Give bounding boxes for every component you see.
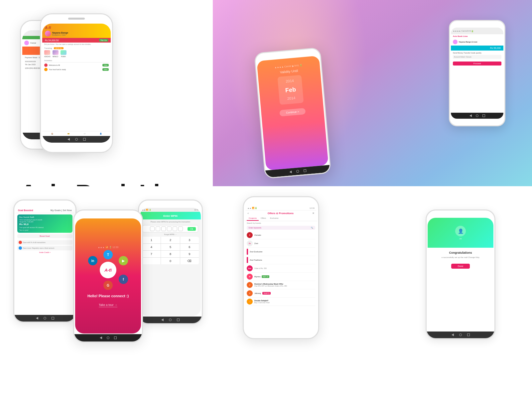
phone-validity: ▲▲▲▲ Carrier ▶ 9:41 🔋 Validity Until 201… [254, 47, 331, 179]
search-icon: 🔍 [311, 227, 313, 229]
tx-sender: Ganjar [30, 42, 36, 44]
small-nav [451, 113, 503, 119]
key-9[interactable]: 9 [180, 251, 199, 257]
goals-actions: Save with % of all transactions Save mor… [15, 239, 74, 254]
brand-jabong[interactable]: J Domino's Wednesday Masti Offer Flat 25… [247, 281, 315, 289]
congrats-title: Congratulations [432, 251, 489, 254]
close-icon[interactable]: ✕ [312, 212, 315, 215]
save-icon-blue [19, 246, 22, 250]
brand-zovi[interactable]: Zo Zovi [247, 239, 315, 248]
key-1[interactable]: 1 [142, 237, 161, 243]
tab-coupons[interactable]: Coupons [247, 216, 259, 221]
nav-home-btn[interactable] [75, 138, 78, 141]
android-icon[interactable]: ▶ [119, 256, 128, 265]
key-3[interactable]: 3 [180, 237, 199, 243]
invite-btn[interactable]: Invite Credit > [17, 251, 72, 253]
goals-home[interactable] [44, 317, 46, 320]
brand-zovi-fashion[interactable]: Zovi Fashions [247, 256, 315, 264]
myntra-logo: M [247, 274, 253, 280]
bl-phones-container: Goal Boosted My Goals | Set New Buy Suzu… [10, 193, 203, 392]
twitter-icon[interactable]: T [103, 250, 113, 259]
app-header: A-fi Nayana Bange Bangalore, India [42, 24, 111, 38]
congrats-recent[interactable] [467, 333, 470, 336]
tab-profile[interactable]: 👤 [100, 133, 102, 135]
small-balance: Rs 56,000 [451, 46, 503, 51]
view-btn-2[interactable]: View [102, 68, 109, 71]
tab-offers[interactable]: Offers [259, 216, 268, 221]
phone-goals: Goal Boosted My Goals | Set New Buy Suzu… [13, 200, 76, 323]
key-5[interactable]: 5 [161, 244, 180, 250]
facebook-icon[interactable]: f [119, 275, 128, 284]
tab-offers[interactable]: 🏷 [84, 133, 85, 135]
validity-screen: ▲▲▲▲ Carrier ▶ 9:41 🔋 Validity Until 201… [257, 56, 329, 170]
myntra-name: Myntra [254, 276, 260, 278]
goals-back[interactable] [36, 317, 38, 320]
offers-topbar: ▲▲ 📶 🔋 12:30 [245, 205, 317, 210]
mpin-recent[interactable] [177, 319, 180, 321]
mpin-home[interactable] [169, 319, 172, 321]
social-tagline: Hello! Please connect :) [87, 294, 129, 298]
trending-puma[interactable]: PUMA [61, 50, 66, 58]
brand-jabong-tag[interactable]: J Jabong TEMP25 [247, 289, 315, 298]
social-back[interactable] [100, 336, 102, 339]
key-7[interactable]: 7 [142, 251, 161, 257]
brand-double-delight[interactable]: 🍕 Double Delight!! Buy 2 Get One Free! [247, 298, 315, 306]
validity-label: Validity Until [280, 69, 298, 74]
view-btn-1[interactable]: View [102, 64, 109, 66]
trending-mingo[interactable]: MINGO [53, 50, 59, 58]
linkedin-icon[interactable]: in [88, 256, 97, 265]
top-left-section: Transaction Details SUCCESSFUL Ganjar ₹ … [0, 0, 213, 186]
recent-btn[interactable] [303, 169, 306, 172]
trending-label: Trending VIEW ALL [44, 47, 109, 49]
tab-wallet[interactable]: 💳 [67, 133, 69, 135]
small-home[interactable] [476, 114, 478, 117]
brand-zovi-exclusive[interactable]: Zovi Exclusive [247, 248, 315, 256]
social-recent[interactable] [114, 336, 117, 339]
phone-congrats: 👤 Afi Congratulations e successfully set… [426, 209, 495, 339]
key-blank [142, 258, 161, 264]
brand-boo[interactable]: boo Order of Rs. 350 [247, 264, 315, 273]
key-2[interactable]: 2 [161, 237, 180, 243]
jabong-tag: TEMP25 [262, 292, 271, 295]
key-del[interactable]: ⌫ [180, 258, 199, 264]
search-box[interactable]: Enter keywords 🔍 [247, 226, 315, 230]
done-btn[interactable]: Done [451, 264, 470, 269]
tour-btn[interactable]: Take a tour → [99, 303, 117, 307]
small-action-btn[interactable]: Proceed [453, 62, 501, 66]
tab-exclusive[interactable]: Exclusive [268, 216, 280, 221]
nav-back-home[interactable] [67, 138, 70, 141]
validity-picker[interactable]: 2014 Feb 2014 [277, 75, 304, 105]
social-home[interactable] [107, 336, 109, 339]
brand-myntra[interactable]: M Myntra NET 07 [247, 273, 315, 281]
google-icon[interactable]: G [103, 281, 113, 290]
jabong-name: Jabong [254, 292, 261, 294]
small-recent[interactable] [482, 114, 485, 117]
mpin-dots[interactable] [145, 226, 188, 231]
user-avatar [45, 31, 51, 37]
small-back[interactable] [469, 114, 472, 117]
nav-recent-home[interactable] [83, 138, 86, 141]
bottom-tabs: 🏠 💳 🏷 👤 [42, 131, 111, 136]
boost-btn[interactable]: Boost Goal: [17, 234, 72, 238]
back-btn[interactable] [289, 171, 292, 174]
goals-recent[interactable] [52, 317, 54, 320]
key-8[interactable]: 8 [161, 251, 180, 257]
home-btn[interactable] [296, 170, 299, 173]
brand-zomato[interactable]: Z Zomato [247, 231, 315, 239]
mpin-ok-btn[interactable]: Ok [188, 227, 196, 231]
key-0[interactable]: 0 [161, 258, 180, 264]
trending-items: ADIDAS MINGO PUMA [44, 50, 109, 58]
bottom-right-section: ▲▲ 📶 🔋 12:30 < Offers & Promotions ✕ Cou… [213, 186, 532, 399]
top-up-btn[interactable]: Top Up [99, 39, 108, 42]
congrats-back[interactable] [452, 333, 454, 336]
key-4[interactable]: 4 [142, 244, 161, 250]
trending-adidas[interactable]: ADIDAS [44, 50, 51, 58]
tab-home[interactable]: 🏠 [51, 133, 53, 135]
mpin-back[interactable] [161, 319, 164, 321]
jabong-info: Domino's Wednesday Masti Offer Flat 25% … [254, 283, 315, 287]
congrats-home[interactable] [459, 333, 462, 336]
key-6[interactable]: 6 [180, 244, 199, 250]
app-logo: A-fi [45, 26, 108, 30]
mpin-forgot[interactable]: Forgot MPIN → [141, 233, 200, 235]
continue-btn[interactable]: Continue > [279, 108, 306, 117]
